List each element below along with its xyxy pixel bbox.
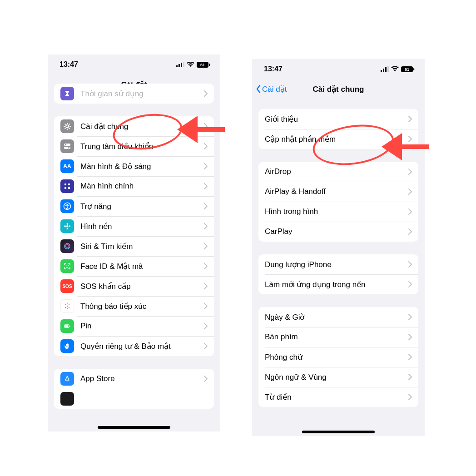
row-accessibility[interactable]: Trợ năng [54, 196, 214, 216]
home-indicator[interactable] [302, 431, 375, 433]
group-screentime: Thời gian sử dụng [54, 84, 214, 104]
svg-point-30 [69, 226, 70, 227]
chevron-right-icon [204, 323, 208, 329]
svg-line-13 [69, 128, 70, 129]
row-keyboard[interactable]: Bàn phím [258, 327, 418, 347]
chevron-right-icon [408, 281, 412, 288]
svg-text:61: 61 [405, 67, 409, 72]
group-airdrop: AirDrop AirPlay & Handoff Hình trong hìn… [258, 162, 418, 242]
chevron-right-icon [204, 183, 208, 189]
svg-point-7 [66, 125, 69, 128]
hand-icon [60, 339, 74, 353]
row-dictionary[interactable]: Từ điển [258, 387, 418, 407]
status-icons: 61 [176, 62, 210, 68]
row-label: Ngôn ngữ & Vùng [265, 372, 408, 382]
chevron-right-icon [408, 136, 412, 142]
row-faceid[interactable]: Face ID & Mật mã [54, 256, 214, 276]
row-label: Làm mới ứng dụng trong nền [265, 280, 408, 289]
status-bar: 13:47 61 [252, 59, 425, 79]
battery-icon: 61 [401, 66, 415, 72]
svg-point-37 [69, 304, 69, 305]
svg-rect-44 [65, 325, 68, 327]
nav-header: Cài đặt Cài đặt chung [252, 79, 425, 99]
chevron-right-icon [204, 343, 208, 349]
row-language[interactable]: Ngôn ngữ & Vùng [258, 367, 418, 387]
row-software-update[interactable]: Cập nhật phần mềm [258, 129, 418, 149]
status-icons: 61 [381, 66, 415, 72]
chevron-right-icon [204, 223, 208, 229]
svg-rect-43 [69, 326, 70, 327]
chevron-right-icon [204, 143, 208, 149]
row-fonts[interactable]: Phông chữ [258, 347, 418, 367]
row-control-center[interactable]: Trung tâm điều khiển [54, 136, 214, 156]
row-label: CarPlay [265, 227, 408, 236]
chevron-right-icon [204, 90, 208, 97]
svg-point-36 [65, 304, 66, 305]
phone-right: 13:47 61 Cài đặt Cài đặt chung Giới thiệ… [252, 59, 425, 436]
chevron-right-icon [408, 116, 412, 122]
row-about[interactable]: Giới thiệu [258, 109, 418, 129]
text-size-icon: AA [60, 159, 74, 173]
row-label: Từ điển [265, 392, 408, 402]
row-display[interactable]: AA Màn hình & Độ sáng [54, 156, 214, 176]
row-wallpaper[interactable]: Hình nền [54, 216, 214, 236]
row-sos[interactable]: SOS SOS khẩn cấp [54, 276, 214, 296]
row-general[interactable]: Cài đặt chung [54, 116, 214, 136]
back-button[interactable]: Cài đặt [256, 79, 287, 99]
cellular-icon [176, 62, 184, 67]
row-label: Cài đặt chung [80, 122, 204, 131]
row-label: Trung tâm điều khiển [80, 142, 204, 151]
row-label: AirDrop [265, 167, 408, 176]
appstore-icon [60, 372, 74, 386]
row-airplay[interactable]: AirPlay & Handoff [258, 182, 418, 202]
phone-left: 13:47 61 Cài đặt Thời gian sử dụng [48, 55, 220, 431]
row-battery[interactable]: Pin [54, 316, 214, 336]
row-appstore[interactable]: App Store [54, 369, 214, 389]
chevron-right-icon [408, 228, 412, 235]
row-wallet[interactable]: Ví & Apple Pay [54, 389, 214, 409]
row-label: Thông báo tiếp xúc [80, 302, 204, 311]
status-bar: 13:47 61 [48, 55, 220, 74]
chevron-right-icon [408, 169, 412, 175]
row-bg-refresh[interactable]: Làm mới ứng dụng trong nền [258, 274, 418, 294]
svg-rect-21 [68, 183, 70, 185]
svg-rect-45 [381, 70, 382, 72]
row-airdrop[interactable]: AirDrop [258, 162, 418, 182]
svg-point-32 [66, 245, 69, 248]
svg-point-41 [67, 308, 68, 309]
row-datetime[interactable]: Ngày & Giờ [258, 307, 418, 327]
row-carplay[interactable]: CarPlay [258, 222, 418, 242]
chevron-right-icon [204, 303, 208, 309]
row-exposure[interactable]: Thông báo tiếp xúc [54, 296, 214, 316]
svg-rect-46 [383, 69, 384, 72]
svg-rect-1 [178, 64, 180, 67]
svg-rect-5 [209, 64, 210, 66]
battery-row-icon [60, 319, 74, 333]
svg-line-15 [69, 124, 70, 125]
wifi-icon [187, 62, 194, 67]
svg-line-14 [65, 128, 66, 129]
row-siri[interactable]: Siri & Tìm kiếm [54, 236, 214, 256]
svg-point-40 [67, 303, 68, 304]
row-label: Bàn phím [265, 332, 408, 342]
chevron-right-icon [204, 163, 208, 169]
svg-point-27 [67, 223, 68, 225]
row-label: Phông chữ [265, 352, 408, 362]
row-pip[interactable]: Hình trong hình [258, 202, 418, 222]
home-indicator[interactable] [98, 426, 170, 429]
cellular-icon [381, 66, 389, 72]
faceid-icon [60, 259, 74, 273]
sos-icon: SOS [60, 279, 74, 293]
general-list: Giới thiệu Cập nhật phần mềm AirDrop Air… [252, 99, 425, 407]
row-screentime[interactable]: Thời gian sử dụng [54, 84, 214, 104]
svg-point-34 [68, 265, 69, 266]
siri-icon [60, 239, 74, 253]
battery-icon: 61 [197, 62, 210, 68]
chevron-right-icon [204, 123, 208, 129]
row-privacy[interactable]: Quyền riêng tư & Bảo mật [54, 336, 214, 356]
svg-point-28 [67, 228, 68, 229]
row-storage[interactable]: Dung lượng iPhone [258, 254, 418, 274]
row-home-screen[interactable]: Màn hình chính [54, 176, 214, 196]
row-label: Trợ năng [80, 202, 204, 211]
svg-point-39 [69, 307, 69, 308]
